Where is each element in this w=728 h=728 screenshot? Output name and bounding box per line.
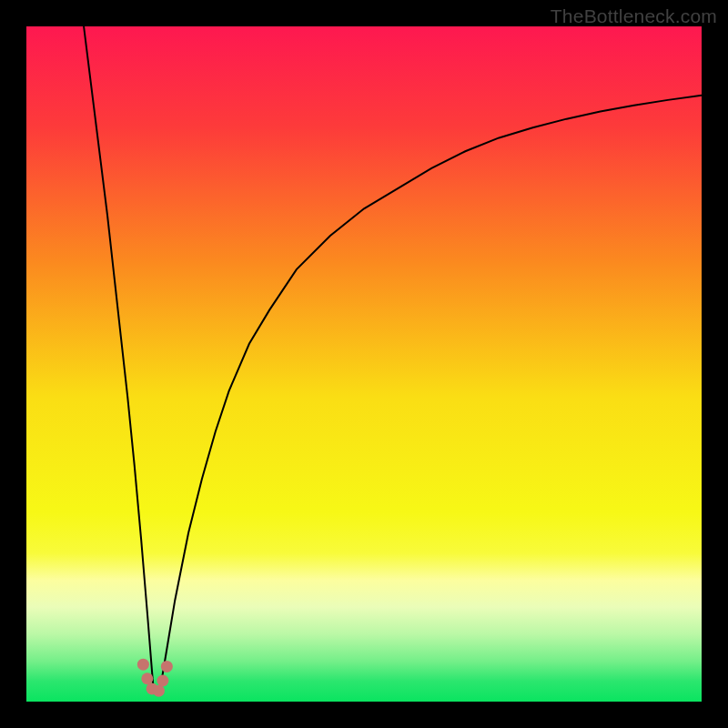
optimum-marker-cluster	[137, 659, 173, 697]
optimum-marker	[153, 685, 165, 697]
bottleneck-curve-right	[161, 96, 702, 682]
optimum-marker	[137, 659, 149, 671]
optimum-marker	[157, 675, 168, 687]
chart-frame: TheBottleneck.com	[0, 0, 728, 728]
gradient-plot-area	[26, 26, 702, 702]
bottleneck-curve-left	[84, 26, 153, 688]
watermark-text: TheBottleneck.com	[551, 5, 717, 27]
optimum-marker	[161, 661, 173, 672]
curve-overlay	[26, 26, 702, 702]
optimum-marker	[141, 672, 153, 684]
